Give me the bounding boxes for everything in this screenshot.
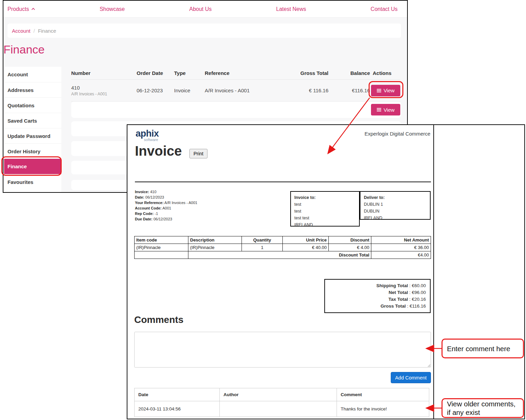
comments-header-comment: Comment xyxy=(337,388,429,401)
detail-label: Your Reference: xyxy=(135,201,164,205)
col-header-type: Type xyxy=(174,70,205,76)
finance-table-header: Number Order Date Type Reference Gross T… xyxy=(71,67,400,80)
platform-name: Experlogix Digital Commerce xyxy=(365,131,430,137)
comments-heading: Comments xyxy=(134,314,184,325)
item-description: (IR)Pinnacle xyxy=(188,244,242,251)
col-header-balance: Balance xyxy=(328,70,370,76)
page-title: Finance xyxy=(3,43,45,56)
figure-divider xyxy=(433,125,434,419)
invoice-to-line: test xyxy=(294,208,356,215)
breadcrumb-account-link[interactable]: Account xyxy=(12,28,30,34)
deliver-to-title: Deliver to: xyxy=(364,194,427,201)
detail-value: -1 xyxy=(155,212,158,216)
breadcrumb: Account / Finance xyxy=(7,24,401,38)
top-navigation: Products Showcase About Us Latest News C… xyxy=(3,1,407,18)
annotation-outline-finance-item xyxy=(1,156,62,176)
col-header-reference: Reference xyxy=(205,70,285,76)
items-header-unit-price: Unit Price xyxy=(283,236,329,244)
col-header-order-date: Order Date xyxy=(137,70,174,76)
invoice-detail-window: aphix software Experlogix Digital Commer… xyxy=(127,124,525,419)
comment-text: Thanks for the invoice! xyxy=(337,401,429,417)
table-row: View xyxy=(71,102,401,118)
detail-label: Account Code: xyxy=(135,206,161,210)
sidebar-item-favourites[interactable]: Favourites xyxy=(4,174,61,189)
divider-rule xyxy=(135,182,431,182)
cell-number: 410 A/R Invoices - A001 xyxy=(71,85,137,96)
chevron-up-icon xyxy=(31,8,35,10)
items-header-net-amount: Net Amount xyxy=(371,236,431,244)
item-code: (IR)Pinnacle xyxy=(135,244,188,251)
breadcrumb-separator: / xyxy=(33,28,35,34)
comments-header-date: Date xyxy=(135,388,220,401)
comment-date: 2024-03-11 13:04:56 xyxy=(135,401,220,417)
col-header-number: Number xyxy=(71,70,137,76)
add-comment-button[interactable]: Add Comment xyxy=(391,372,431,383)
nav-item-showcase[interactable]: Showcase xyxy=(99,6,125,12)
breadcrumb-current: Finance xyxy=(38,28,56,34)
sidebar-item-saved-carts[interactable]: Saved Carts xyxy=(4,113,61,128)
callout-text-line1: View older comments, xyxy=(447,400,523,408)
items-header-row: Item code Description Quantity Unit Pric… xyxy=(135,236,431,244)
comment-textarea[interactable] xyxy=(134,332,431,368)
sidebar-item-addresses[interactable]: Addresses xyxy=(4,82,61,97)
cell-balance: €116.16 xyxy=(328,88,370,93)
nav-item-about-us[interactable]: About Us xyxy=(189,6,212,12)
invoice-details: Invoice: 410 Date: 06/12/2023 Your Refer… xyxy=(135,189,197,222)
sidebar-item-account[interactable]: Account xyxy=(4,67,61,82)
shipping-total-line: Shipping Total : €60.00 xyxy=(329,282,426,289)
invoice-number: 410 xyxy=(71,85,137,91)
aphix-logo: aphix software xyxy=(136,128,159,142)
items-header-item-code: Item code xyxy=(135,236,188,244)
empty-cell xyxy=(135,251,188,259)
deliver-to-line: DUBLIN xyxy=(364,208,427,215)
detail-value: 06/12/2023 xyxy=(145,195,164,199)
detail-label: Invoice: xyxy=(135,190,149,194)
col-header-actions: Actions xyxy=(370,70,400,76)
annotation-callout-older-comments: View older comments, if any exist xyxy=(442,398,524,418)
sidebar-item-quotations[interactable]: Quotations xyxy=(4,97,61,113)
deliver-to-line: IRELAND xyxy=(364,215,427,221)
item-discount: € 4.00 xyxy=(329,244,371,251)
view-invoice-button-2[interactable]: View xyxy=(371,104,400,115)
comment-author xyxy=(220,401,337,417)
nav-item-products-label: Products xyxy=(7,6,29,12)
list-icon xyxy=(377,108,381,111)
detail-value: 06/12/2023 xyxy=(153,217,172,221)
detail-value: A/R Invoices - A001 xyxy=(165,201,198,205)
comment-row: 2024-03-11 13:04:56 Thanks for the invoi… xyxy=(135,401,429,417)
deliver-to-line: DUBLIN 1 xyxy=(364,201,427,208)
cell-gross-total: € 116.16 xyxy=(285,88,328,93)
sidebar-item-update-password[interactable]: Update Password xyxy=(4,128,61,143)
detail-label: Date: xyxy=(135,195,144,199)
deliver-to-box: Deliver to: DUBLIN 1 DUBLIN IRELAND xyxy=(360,191,431,220)
gross-total-line: Gross Total : €116.16 xyxy=(329,303,426,310)
cell-type: Invoice xyxy=(174,88,205,93)
items-header-description: Description xyxy=(188,236,242,244)
invoice-totals-box: Shipping Total : €60.00 Net Total : €96.… xyxy=(324,279,431,313)
tax-total-line: Tax Total : €20.16 xyxy=(329,296,426,303)
item-unit-price: € 40.00 xyxy=(283,244,329,251)
annotation-outline-view-button xyxy=(369,81,403,98)
nav-item-contact-us[interactable]: Contact Us xyxy=(371,6,398,12)
items-header-quantity: Quantity xyxy=(242,236,283,244)
invoice-items-table: Item code Description Quantity Unit Pric… xyxy=(134,236,431,259)
item-net-amount: € 36.00 xyxy=(371,244,431,251)
detail-label: Rep Code: xyxy=(135,212,154,216)
item-quantity: 1 xyxy=(242,244,283,251)
comments-header-author: Author xyxy=(220,388,337,401)
net-total-line: Net Total : €96.00 xyxy=(329,289,426,296)
invoice-to-box: Invoice to: test test test test IRELAND xyxy=(290,191,360,227)
screenshot-canvas: Products Showcase About Us Latest News C… xyxy=(0,0,526,420)
cell-reference: A/R Invoices - A001 xyxy=(205,88,285,93)
nav-item-latest-news[interactable]: Latest News xyxy=(276,6,306,12)
invoice-title: Invoice xyxy=(135,143,182,159)
annotation-callout-enter-comment: Enter comment here xyxy=(442,339,524,358)
invoice-to-line: test test xyxy=(294,215,356,221)
invoice-number-sub: A/R Invoices - A001 xyxy=(71,92,137,96)
view-button-label: View xyxy=(384,107,394,113)
nav-item-products[interactable]: Products xyxy=(7,6,35,12)
callout-text: Enter comment here xyxy=(447,344,523,353)
print-button[interactable]: Print xyxy=(189,149,207,158)
comments-header-row: Date Author Comment xyxy=(135,388,429,401)
detail-value: 410 xyxy=(150,190,156,194)
